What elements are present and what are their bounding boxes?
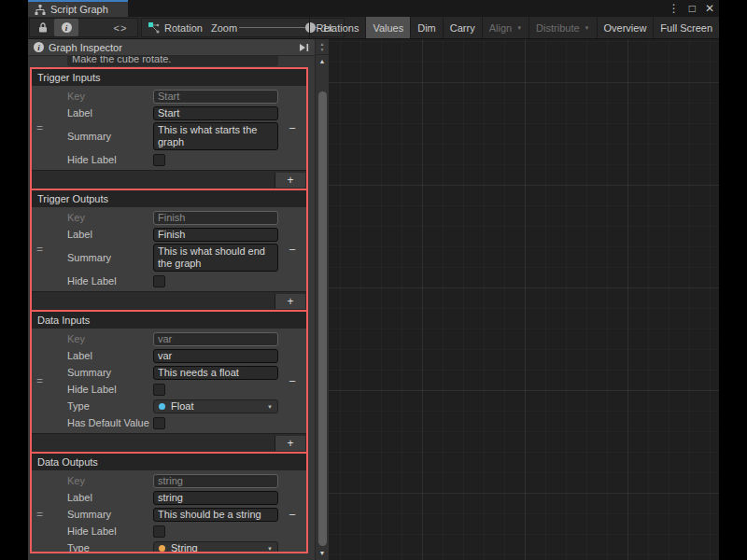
hide-label-checkbox[interactable] bbox=[153, 525, 165, 538]
panel-scroll-arrows[interactable]: ▲ ▼ bbox=[316, 39, 329, 55]
toolbar-button-label: Relations bbox=[317, 22, 359, 34]
scroll-up-arrow-icon[interactable]: ▲ bbox=[316, 58, 329, 64]
add-item-button[interactable]: + bbox=[275, 436, 305, 451]
small-down-arrow-icon: ▼ bbox=[320, 47, 325, 52]
maximize-icon[interactable]: □ bbox=[689, 3, 696, 14]
section-title-data-outputs: Data Outputs bbox=[32, 454, 306, 470]
label-field[interactable] bbox=[153, 491, 278, 505]
row-label-hide-label: Hide Label bbox=[67, 154, 153, 165]
row-label: Label bbox=[32, 489, 306, 506]
remove-item-button[interactable]: − bbox=[284, 374, 301, 388]
row-hide-label: Hide Label bbox=[32, 381, 306, 398]
toolbar-button-label: Align bbox=[489, 22, 512, 34]
hide-label-checkbox[interactable] bbox=[153, 154, 165, 166]
key-field bbox=[153, 474, 278, 488]
row-hide-label: Hide Label bbox=[32, 151, 306, 168]
add-item-button[interactable]: + bbox=[275, 294, 305, 309]
row-summary: SummaryThis is what starts the graph bbox=[32, 121, 306, 151]
section-title-data-inputs: Data Inputs bbox=[32, 312, 306, 329]
toolbar-button-label: Full Screen bbox=[660, 22, 712, 34]
chevron-down-icon: ▼ bbox=[267, 546, 273, 552]
graph-canvas[interactable] bbox=[329, 39, 719, 560]
type-dropdown[interactable]: Float▼ bbox=[153, 399, 278, 413]
window-controls: ⋮ □ ✕ bbox=[669, 0, 714, 17]
tab-script-graph[interactable]: Script Graph bbox=[28, 0, 128, 17]
row-hide-label: Hide Label bbox=[32, 273, 306, 289]
chevron-down-icon: ▼ bbox=[516, 25, 522, 31]
type-dropdown-value: Float bbox=[171, 400, 193, 412]
close-icon[interactable]: ✕ bbox=[705, 3, 714, 14]
label-field[interactable] bbox=[153, 349, 278, 363]
row-type: TypeFloat▼ bbox=[32, 398, 306, 414]
toolbar-button-relations[interactable]: Relations bbox=[309, 17, 366, 38]
dock-pin-icon[interactable] bbox=[298, 43, 309, 52]
row-label-key: Key bbox=[67, 333, 153, 344]
graph-inspector-header: i Graph Inspector bbox=[28, 39, 315, 56]
label-field[interactable] bbox=[153, 228, 278, 242]
label-field[interactable] bbox=[153, 106, 278, 120]
lock-button[interactable] bbox=[32, 19, 54, 36]
row-summary: Summary bbox=[32, 364, 306, 381]
graph-summary-text: Make the cube rotate. bbox=[72, 56, 171, 64]
section-title-trigger-outputs: Trigger Outputs bbox=[32, 190, 306, 207]
type-dropdown[interactable]: String▼ bbox=[153, 541, 278, 554]
menu-kebab-icon[interactable]: ⋮ bbox=[669, 3, 680, 14]
rotation-label: Rotation bbox=[164, 22, 203, 34]
row-label-key: Key bbox=[67, 91, 153, 102]
row-label-summary: Summary bbox=[67, 131, 153, 142]
summary-textarea[interactable]: This is what starts the graph bbox=[153, 122, 278, 150]
row-key: Key bbox=[32, 330, 306, 347]
row-label-summary: Summary bbox=[67, 509, 153, 520]
remove-item-button[interactable]: − bbox=[284, 243, 301, 257]
inspector-toggle-button[interactable]: i bbox=[54, 19, 78, 36]
scroll-down-arrow-icon[interactable]: ▼ bbox=[316, 550, 329, 556]
row-label-summary: Summary bbox=[67, 252, 153, 263]
row-label-hide-label: Hide Label bbox=[67, 525, 153, 537]
toolbar-button-carry[interactable]: Carry bbox=[443, 17, 482, 38]
drag-handle-icon[interactable]: = bbox=[36, 508, 43, 521]
toolbar-button-overview[interactable]: Overview bbox=[597, 17, 654, 38]
summary-textarea[interactable]: This is what should end the graph bbox=[153, 244, 278, 272]
toolbar-button-distribute: Distribute▼ bbox=[529, 17, 596, 38]
chevron-down-icon: ▼ bbox=[267, 404, 273, 410]
toolbar-button-full-screen[interactable]: Full Screen bbox=[653, 17, 719, 38]
scrollbar-thumb[interactable] bbox=[318, 91, 327, 546]
row-summary: SummaryThis is what should end the graph bbox=[32, 243, 306, 273]
row-label-has-default-value: Has Default Value bbox=[67, 417, 153, 428]
section-trigger-inputs: Trigger InputsKeyLabelSummaryThis is wha… bbox=[32, 69, 306, 189]
row-label-key: Key bbox=[67, 212, 153, 223]
row-label-hide-label: Hide Label bbox=[67, 384, 153, 395]
code-view-button[interactable]: <> bbox=[106, 19, 134, 36]
summary-field[interactable] bbox=[153, 508, 278, 522]
row-label-summary: Summary bbox=[67, 367, 153, 378]
key-field bbox=[153, 332, 278, 346]
toolbar-button-dim[interactable]: Dim bbox=[410, 17, 443, 38]
drag-handle-icon[interactable]: = bbox=[36, 374, 43, 387]
section-item-data-inputs: KeyLabelSummaryHide LabelTypeFloat▼Has D… bbox=[32, 329, 306, 433]
graph-summary-field-clipped[interactable]: Make the cube rotate. bbox=[67, 56, 278, 66]
summary-field[interactable] bbox=[153, 366, 278, 380]
toolbar-button-label: Overview bbox=[604, 22, 647, 34]
float-type-dot-icon bbox=[159, 403, 165, 410]
rotation-icon bbox=[148, 21, 160, 34]
hide-label-checkbox[interactable] bbox=[153, 384, 165, 396]
row-key: Key bbox=[32, 88, 306, 105]
remove-item-button[interactable]: − bbox=[284, 121, 301, 135]
rotation-button[interactable]: Rotation bbox=[148, 19, 203, 36]
row-label-label: Label bbox=[67, 350, 153, 361]
row-label: Label bbox=[32, 226, 306, 243]
toolbar-button-values[interactable]: Values bbox=[365, 17, 410, 38]
has-default-value-checkbox[interactable] bbox=[153, 417, 165, 429]
row-label: Label bbox=[32, 347, 306, 364]
screen: Script Graph ⋮ □ ✕ i <> bbox=[0, 0, 747, 560]
drag-handle-icon[interactable]: = bbox=[36, 121, 43, 134]
row-label-hide-label: Hide Label bbox=[67, 275, 153, 287]
remove-item-button[interactable]: − bbox=[284, 508, 301, 522]
hide-label-checkbox[interactable] bbox=[153, 275, 165, 287]
add-item-button[interactable]: + bbox=[275, 173, 305, 188]
row-label-label: Label bbox=[67, 492, 153, 503]
toolbar-button-label: Carry bbox=[450, 22, 475, 34]
key-field bbox=[153, 211, 278, 225]
row-label-type: Type bbox=[67, 542, 153, 553]
drag-handle-icon[interactable]: = bbox=[36, 243, 43, 256]
